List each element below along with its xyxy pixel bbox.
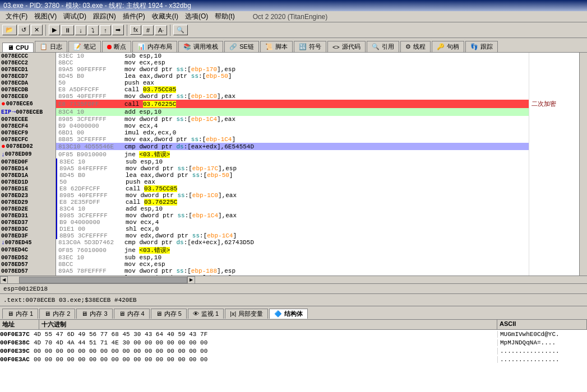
table-row[interactable]: 0078ED4C0F85 76010000jne <03.错误> [0, 246, 579, 254]
tab-cpu[interactable]: 🖥 CPU [2, 43, 34, 52]
toolbar-run[interactable]: ▶ [49, 25, 60, 35]
tab-script-label: 脚本 [275, 43, 288, 51]
tab-log[interactable]: 📋 日志 [35, 41, 67, 52]
table-row[interactable]: 0078ECD189A5 90FEFFFFmov dword ptr ss:[e… [0, 66, 579, 73]
tab-struct[interactable]: 🔷 结构体 [269, 309, 308, 319]
tab-memory3[interactable]: 🖥 内存 3 [76, 309, 112, 319]
tab-callstack[interactable]: 📚 调用堆栈 [178, 41, 223, 52]
horizontal-scrollbar[interactable]: ◀ ▶ [0, 276, 587, 283]
toolbar-open[interactable]: 📂 [2, 25, 17, 35]
table-row[interactable]: 0078ED1D50push eax [0, 179, 579, 185]
table-row[interactable]: 0078ED578BCCmov ecx,esp [0, 261, 579, 268]
table-row[interactable]: 0078ED318985 3CFEFFFFmov dword ptr ss:[e… [0, 212, 579, 219]
list-item[interactable]: 00F0E38C 4D 70 4D 4A 44 51 71 4E 30 00 0… [0, 338, 587, 347]
table-row[interactable]: 0078ED3F8B95 3CFEFFFFmov edx,dword ptr s… [0, 232, 579, 239]
toolbar-runtocursor[interactable]: ➡ [112, 25, 124, 35]
menu-view[interactable]: 视图(V) [31, 11, 60, 22]
table-row[interactable]: ↓0078ED45813C0A 5D3D7462cmp dword ptr ds… [0, 239, 579, 246]
row-comment [529, 108, 579, 116]
table-row[interactable]: 0078ECE08985 40FEFFFFmov dword ptr ss:[e… [0, 93, 579, 100]
row-comment [529, 93, 579, 100]
table-row[interactable]: 0078ED5283EC 10sub esp,10 [0, 254, 579, 261]
trace-icon: 👣 [470, 43, 478, 50]
scroll-left-btn[interactable]: ◀ [0, 276, 8, 284]
toolbar-pause[interactable]: ⏸ [61, 25, 74, 35]
table-row[interactable]: 0078ED1EE8 62DFFCFFcall 03.75CC85 [0, 185, 579, 192]
menu-help[interactable]: 帮助(t) [211, 11, 238, 22]
table-row[interactable]: 0078ECCC83EC 10sub esp,10 [0, 53, 579, 59]
menu-trace[interactable]: 跟踪(N) [90, 11, 119, 22]
table-row[interactable]: 0078ED3CD1E1 00shl ecx,0 [0, 226, 579, 232]
memory-icon: 📊 [137, 43, 145, 50]
toolbar-goto[interactable]: fx [130, 25, 141, 35]
tab-symbol[interactable]: 🔣 符号 [294, 41, 326, 52]
toolbar-close[interactable]: ✕ [31, 25, 43, 35]
tab-handle[interactable]: 🔑 句柄 [432, 41, 464, 52]
toolbar-stepover[interactable]: ⤵ [87, 25, 99, 35]
tab-script[interactable]: 📜 脚本 [260, 41, 293, 52]
menu-plugin[interactable]: 插件(P) [119, 11, 149, 22]
tab-memory4[interactable]: 🖥 内存 4 [114, 309, 150, 319]
scroll-thumb[interactable] [19, 277, 187, 283]
tab-thread[interactable]: ⚙ 线程 [400, 41, 431, 52]
tab-se[interactable]: 🔗 SE链 [224, 41, 259, 52]
menu-favorites[interactable]: 收藏夹(I) [149, 11, 182, 22]
toolbar-stepout[interactable]: ↑ [100, 25, 111, 35]
row-code: 83C4 10add esp,10 [56, 206, 529, 212]
row-comment: 二次加密 [529, 100, 579, 108]
table-row[interactable]: 0078ECFC8B85 3CFEFFFFmov eax,dword ptr s… [0, 136, 579, 143]
table-row[interactable]: 0078ECF96BD1 00imul edx,ecx,0 [0, 129, 579, 136]
toolbar-stepinto[interactable]: ↓ [75, 25, 86, 35]
tab-breakpoint[interactable]: 断点 [102, 41, 131, 52]
tab-memory[interactable]: 📊 内存布局 [132, 41, 177, 52]
toolbar-restart[interactable]: ↺ [18, 25, 30, 35]
table-row[interactable]: 0078ED37B9 04000000mov ecx,4 [0, 219, 579, 226]
tab-watch1-label: 监视 1 [201, 310, 219, 318]
list-item[interactable]: 00F0E3AC 00 00 00 00 00 00 00 00 00 00 0… [0, 355, 587, 363]
tab-source[interactable]: <> 源代码 [327, 41, 366, 52]
tab-watch1[interactable]: 👁 监视 1 [188, 309, 224, 319]
disasm-area[interactable]: 0078ECCC83EC 10sub esp,100078ECC28BCCmov… [0, 53, 579, 276]
row-marker: 0078ED52 [0, 254, 56, 261]
table-row[interactable]: ●0078ECE6E8 7135FDFFcall 03.76225C二次加密 [0, 100, 579, 108]
tab-memory5[interactable]: 🖥 内存 5 [151, 309, 187, 319]
hex-table[interactable]: 00F0E37C 4D 55 47 6D 49 56 77 68 45 30 4… [0, 330, 587, 392]
toolbar-expr[interactable]: # [142, 25, 154, 35]
table-row[interactable]: 0078ECF4B9 04000000mov ecx,4 [0, 123, 579, 129]
table-row[interactable]: 0078ED0F83EC 10sub esp,10 [0, 158, 579, 165]
bottom-tabs: 🖥 内存 1 🖥 内存 2 🖥 内存 3 🖥 内存 4 🖥 内存 5 👁 监视 … [0, 306, 587, 319]
toolbar-memmap[interactable]: A· [155, 25, 167, 35]
table-row[interactable]: ↓0078ED090F85 B9010000jne <03.错误> [0, 150, 579, 158]
scroll-right-btn[interactable]: ▶ [187, 276, 195, 284]
menu-debug[interactable]: 调试(D) [60, 11, 90, 22]
table-row[interactable]: 0078ECC28BCCmov ecx,esp [0, 59, 579, 66]
tab-locals[interactable]: |x| 局部变量 [225, 309, 268, 319]
table-row[interactable]: 0078ECEE8985 3CFEFFFFmov dword ptr ss:[e… [0, 116, 579, 123]
tab-trace[interactable]: 👣 跟踪 [465, 41, 498, 52]
tab-ref[interactable]: 🔍 引用 [367, 41, 399, 52]
table-row[interactable]: 0078ECD78D45 B0lea eax,dword ptr ss:[ebp… [0, 73, 579, 80]
table-row[interactable]: 0078ECDBE8 A5DFFCFFcall 03.75CC85 [0, 86, 579, 93]
row-marker: ↓0078ED09 [0, 150, 56, 158]
table-row[interactable]: 0078ED238985 40FEFFFFmov dword ptr ss:[e… [0, 192, 579, 199]
table-row[interactable]: 0078ED1A8D45 B0lea eax,dword ptr ss:[ebp… [0, 172, 579, 179]
nav-tabs: 🖥 CPU 📋 日志 📝 笔记 断点 📊 内存布局 📚 调用堆栈 🔗 SE链 [0, 38, 587, 53]
table-row[interactable]: ●0078ED02813C10 4D55546Ecmp dword ptr ds… [0, 143, 579, 150]
list-item[interactable]: 00F0E37C 4D 55 47 6D 49 56 77 68 45 30 4… [0, 330, 587, 338]
menu-file[interactable]: 文件(F) [2, 11, 31, 22]
tab-note[interactable]: 📝 笔记 [68, 41, 101, 52]
list-item[interactable]: 00F0E39C 00 00 00 00 00 00 00 00 00 00 0… [0, 347, 587, 355]
table-row[interactable]: EIP→0078ECEB83C4 10add esp,10 [0, 108, 579, 116]
vertical-scrollbar[interactable] [579, 53, 587, 276]
table-row[interactable]: 0078ECDA50push eax [0, 80, 579, 86]
tab-memory1[interactable]: 🖥 内存 1 [2, 309, 38, 319]
menu-options[interactable]: 选项(O) [182, 11, 211, 22]
table-row[interactable]: 0078ED5789A5 78FEFFFFmov dword ptr ss:[e… [0, 268, 579, 274]
table-row[interactable]: 0078ED1489A5 84FEFFFFmov dword ptr ss:[e… [0, 165, 579, 172]
tab-memory2[interactable]: 🖥 内存 2 [39, 309, 75, 319]
table-row[interactable]: 0078ED2E83C4 10add esp,10 [0, 206, 579, 212]
table-row[interactable]: 0078ED29E8 2E35FDFFcall 03.76225C [0, 199, 579, 206]
row-comment [529, 143, 579, 150]
toolbar-search[interactable]: 🔍 [173, 25, 188, 35]
toolbar-sep-1 [45, 25, 46, 36]
